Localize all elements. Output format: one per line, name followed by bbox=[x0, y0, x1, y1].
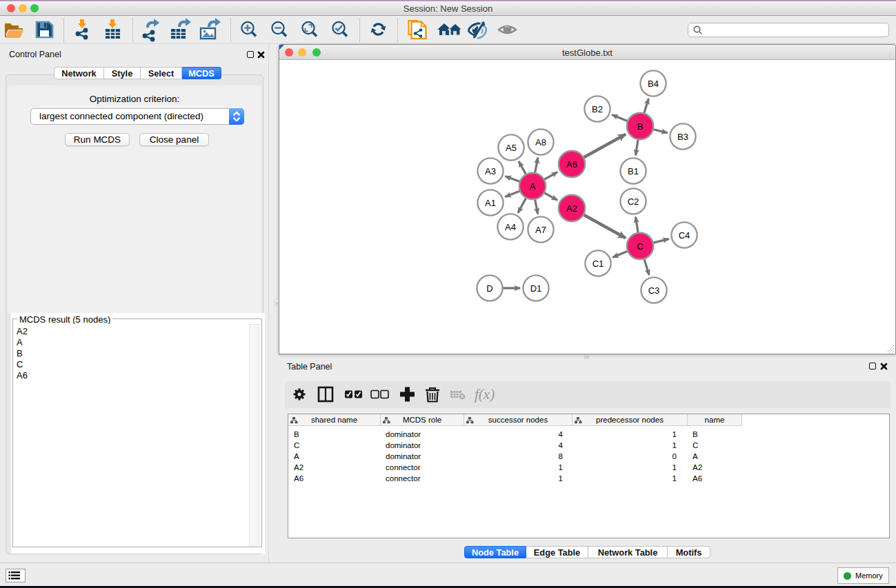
svg-text:B3: B3 bbox=[677, 132, 688, 142]
svg-text:A2: A2 bbox=[566, 203, 577, 214]
svg-text:A4: A4 bbox=[505, 222, 516, 232]
svg-text:D1: D1 bbox=[530, 283, 542, 294]
svg-text:A1: A1 bbox=[485, 198, 496, 208]
svg-text:A6: A6 bbox=[566, 159, 577, 170]
svg-text:A5: A5 bbox=[506, 143, 517, 153]
svg-text:B2: B2 bbox=[592, 104, 603, 114]
svg-text:C3: C3 bbox=[648, 285, 660, 296]
svg-text:A8: A8 bbox=[535, 137, 546, 148]
svg-text:C: C bbox=[637, 241, 643, 252]
svg-text:B4: B4 bbox=[648, 79, 659, 89]
svg-text:C4: C4 bbox=[679, 230, 690, 241]
svg-text:f(x): f(x) bbox=[475, 386, 495, 403]
svg-text:A7: A7 bbox=[535, 225, 546, 235]
svg-text:D: D bbox=[486, 283, 492, 294]
svg-text:C1: C1 bbox=[593, 258, 604, 269]
svg-text:A3: A3 bbox=[485, 166, 496, 176]
svg-text:A: A bbox=[530, 181, 536, 192]
svg-text:C2: C2 bbox=[628, 196, 639, 207]
svg-text:B1: B1 bbox=[628, 166, 639, 176]
svg-text:B: B bbox=[637, 121, 644, 132]
